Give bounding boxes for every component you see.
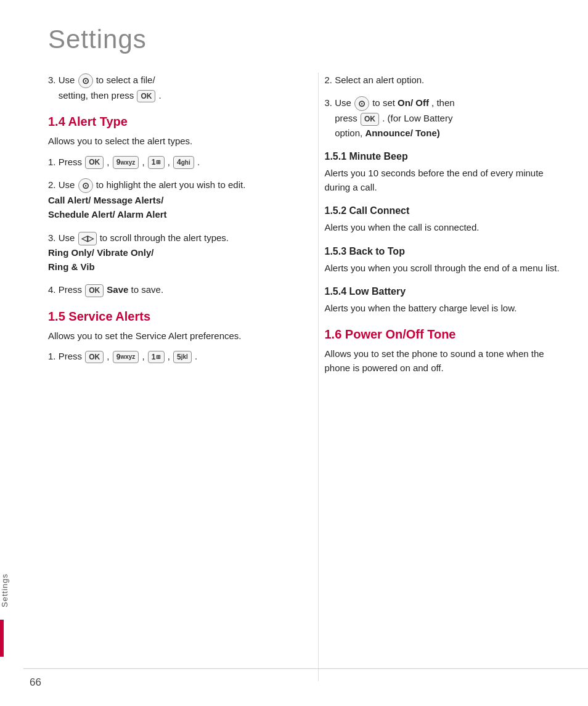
sep3: ,	[168, 157, 173, 167]
columns: 3. Use ⊙ to select a file/ setting, then…	[48, 73, 570, 681]
step-1-4-1-end: .	[197, 157, 200, 167]
right-step-3-text: to set	[372, 97, 398, 108]
section-1-5-3-heading: 1.5.3 Back to Top	[325, 246, 570, 257]
step-1-4-3-bold: Ring Only/ Vibrate Only/Ring & Vib	[48, 247, 153, 272]
ok-key-3: OK	[85, 284, 104, 297]
step-3-end: .	[159, 90, 161, 101]
ok-key-1: OK	[137, 90, 155, 103]
nav-lr-icon: ◁▷	[78, 232, 97, 245]
main-content: Settings 3. Use ⊙ to select a file/ sett…	[23, 0, 588, 706]
sidebar-bar	[0, 620, 4, 657]
ok-key-4: OK	[85, 351, 104, 364]
key-9wxyz-2: 9wxyz	[113, 351, 139, 364]
step-1-4-3: 3. Use ◁▷ to scroll through the alert ty…	[48, 231, 293, 274]
section-1-5-heading: 1.5 Service Alerts	[48, 310, 293, 324]
right-step-2: 2. Select an alert option.	[325, 73, 570, 87]
key-5jkl: 5jkl	[173, 351, 192, 364]
right-step-3: 3. Use ⊙ to set On/ Off , then press OK …	[325, 96, 570, 140]
section-1-5-desc: Allows you to set the Service Alert pref…	[48, 329, 293, 343]
sidebar-label: Settings	[0, 573, 23, 607]
col-right: 2. Select an alert option. 3. Use ⊙ to s…	[318, 73, 570, 681]
key-1: 1⊞	[148, 156, 165, 169]
step-1-5-1-pre: 1. Press	[48, 351, 84, 361]
step-1-4-4-end: to save.	[131, 284, 164, 295]
section-1-6-heading: 1.6 Power On/Off Tone	[325, 327, 570, 342]
key-1-2: 1⊞	[148, 351, 165, 364]
section-1-5-4-heading: 1.5.4 Low Battery	[325, 286, 570, 297]
right-step-2-text: 2. Select an alert option.	[325, 75, 425, 85]
section-1-5-2-desc: Alerts you when the call is connected.	[325, 220, 570, 234]
key-4ghi: 4ghi	[173, 156, 194, 169]
key-9wxyz: 9wxyz	[113, 156, 139, 169]
nav-ud-icon-3: ⊙	[354, 96, 369, 111]
ok-key-5: OK	[361, 113, 379, 126]
step-1-4-2-pre: 2. Use	[48, 179, 78, 190]
right-step-3-pre: 3. Use	[325, 97, 354, 108]
step-1-5-1-end: .	[195, 351, 197, 361]
section-1-5-4-desc: Alerts you when the battery charge level…	[325, 301, 570, 315]
step-1-4-3-text: to scroll through the alert types.	[100, 232, 229, 243]
section-1-5-3-desc: Alerts you when you scroll through the e…	[325, 261, 570, 275]
step-1-4-4-pre: 4. Press	[48, 284, 84, 295]
sidebar-tab: Settings	[0, 0, 23, 706]
sep-b: ,	[142, 351, 147, 361]
step-1-4-1: 1. Press OK , 9wxyz , 1⊞ , 4ghi .	[48, 155, 293, 169]
col-left: 3. Use ⊙ to select a file/ setting, then…	[48, 73, 300, 681]
section-1-5-1-heading: 1.5.1 Minute Beep	[325, 151, 570, 162]
step-1-4-4: 4. Press OK Save to save.	[48, 282, 293, 297]
step-1-4-3-pre: 3. Use	[48, 232, 78, 243]
step-3-num: 3. Use	[48, 75, 78, 85]
on-off-bold: On/ Off	[398, 97, 429, 108]
section-1-4-heading: 1.4 Alert Type	[48, 115, 293, 129]
save-bold: Save	[107, 284, 128, 295]
page-number: 66	[30, 676, 41, 689]
intro-step-3: 3. Use ⊙ to select a file/ setting, then…	[48, 73, 293, 102]
step-1-4-2-bold: Call Alert/ Message Alerts/Schedule Aler…	[48, 195, 167, 220]
section-1-5-1-desc: Alerts you 10 seconds before the end of …	[325, 166, 570, 195]
page-divider	[23, 668, 588, 669]
nav-ud-icon-2: ⊙	[78, 178, 93, 193]
step-1-4-2-text: to highlight the alert you wish to edit.	[96, 179, 246, 190]
sep-a: ,	[107, 351, 112, 361]
page-title: Settings	[48, 25, 570, 54]
step-1-5-1: 1. Press OK , 9wxyz , 1⊞ , 5jkl .	[48, 349, 293, 363]
announce-tone-bold: Announce/ Tone)	[365, 128, 439, 138]
section-1-4-desc: Allows you to select the alert types.	[48, 134, 293, 148]
step-1-4-2: 2. Use ⊙ to highlight the alert you wish…	[48, 178, 293, 222]
ok-key-2: OK	[85, 156, 104, 169]
page-wrapper: Settings Settings 3. Use ⊙ to select a f…	[0, 0, 588, 706]
sep1: ,	[107, 157, 112, 167]
sep-c: ,	[168, 351, 173, 361]
sep2: ,	[142, 157, 147, 167]
nav-ud-icon-1: ⊙	[78, 73, 93, 88]
section-1-5-2-heading: 1.5.2 Call Connect	[325, 205, 570, 216]
section-1-6-desc: Allows you to set the phone to sound a t…	[325, 347, 570, 376]
step-1-4-1-text: 1. Press	[48, 157, 84, 167]
